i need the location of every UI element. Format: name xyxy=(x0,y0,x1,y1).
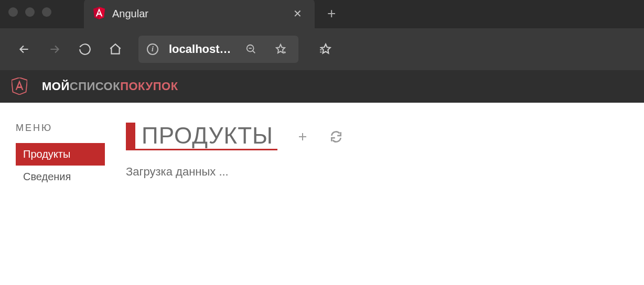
sidebar-item-info[interactable]: Сведения xyxy=(16,166,105,188)
browser-tab[interactable]: Angular ✕ xyxy=(84,0,315,28)
window-close-dot[interactable] xyxy=(8,7,18,17)
loading-text: Загрузка данных ... xyxy=(126,165,628,179)
refresh-button[interactable] xyxy=(73,38,96,61)
address-text: localhost… xyxy=(169,42,231,56)
sidebar: МЕНЮ Продукты Сведения xyxy=(16,123,105,188)
favorite-icon[interactable] xyxy=(271,40,290,59)
window-maximize-dot[interactable] xyxy=(42,7,51,17)
browser-toolbar: i localhost… xyxy=(0,28,644,70)
page-content: МЕНЮ Продукты Сведения ПРОДУКТЫ Загрузка… xyxy=(0,103,644,208)
app-title-part2: СПИСОК xyxy=(70,80,120,93)
browser-chrome: Angular ✕ + i localhost… xyxy=(0,0,644,70)
home-button[interactable] xyxy=(104,38,127,61)
sidebar-item-products[interactable]: Продукты xyxy=(16,143,105,166)
tab-title: Angular xyxy=(112,8,283,20)
site-info-icon[interactable]: i xyxy=(147,43,158,55)
address-bar[interactable]: i localhost… xyxy=(138,36,298,63)
window-minimize-dot[interactable] xyxy=(25,7,35,17)
close-tab-icon[interactable]: ✕ xyxy=(290,6,305,21)
refresh-data-button[interactable] xyxy=(328,128,345,145)
app-header: МОЙСПИСОКПОКУПОК xyxy=(0,70,644,103)
page-title-block: ПРОДУКТЫ xyxy=(126,123,277,150)
collections-icon[interactable] xyxy=(314,38,337,61)
add-button[interactable] xyxy=(294,128,311,145)
menu-label: МЕНЮ xyxy=(16,123,105,134)
forward-button[interactable] xyxy=(43,38,66,61)
title-accent-bar xyxy=(126,123,135,149)
app-logo-icon xyxy=(12,78,27,95)
tab-bar: Angular ✕ + xyxy=(0,0,644,28)
page-title: ПРОДУКТЫ xyxy=(135,123,277,149)
zoom-out-icon[interactable] xyxy=(242,40,261,59)
main-content: ПРОДУКТЫ Загрузка данных ... xyxy=(126,123,628,188)
app-title-part3: ПОКУПОК xyxy=(120,80,178,93)
app-title-part1: МОЙ xyxy=(42,80,70,93)
app-title: МОЙСПИСОКПОКУПОК xyxy=(42,80,178,93)
new-tab-button[interactable]: + xyxy=(315,5,348,22)
back-button[interactable] xyxy=(13,38,36,61)
page-header: ПРОДУКТЫ xyxy=(126,123,628,150)
angular-icon xyxy=(93,7,105,20)
